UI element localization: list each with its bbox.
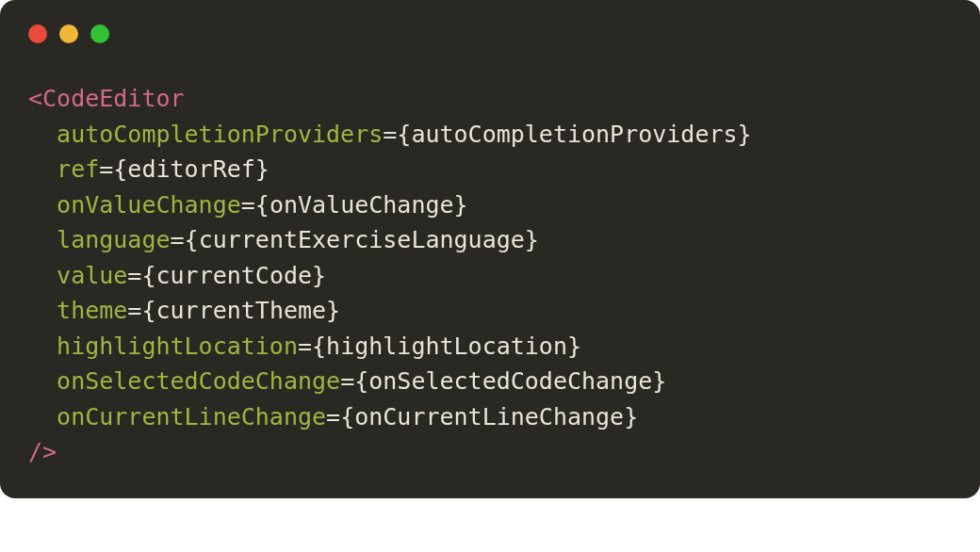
prop-value: {currentExerciseLanguage}: [185, 226, 539, 253]
code-line-prop: autoCompletionProviders={autoCompletionP…: [28, 117, 952, 153]
equals: =: [383, 121, 397, 148]
code-line-prop: highlightLocation={highlightLocation}: [28, 329, 952, 365]
code-window: <CodeEditorautoCompletionProviders={auto…: [0, 0, 980, 498]
code-block: <CodeEditorautoCompletionProviders={auto…: [0, 62, 980, 470]
equals: =: [298, 333, 312, 360]
code-line-prop: theme={currentTheme}: [28, 293, 952, 329]
prop-value: {currentTheme}: [141, 297, 340, 324]
equals: =: [326, 403, 340, 430]
prop-value: {currentCode}: [141, 262, 326, 289]
prop-name: highlightLocation: [57, 333, 298, 360]
equals: =: [127, 297, 141, 324]
prop-name: theme: [57, 297, 127, 324]
minimize-icon[interactable]: [59, 24, 78, 43]
prop-value: {onCurrentLineChange}: [340, 403, 638, 430]
prop-name: ref: [57, 155, 99, 183]
equals: =: [340, 367, 354, 395]
code-line-prop: onSelectedCodeChange={onSelectedCodeChan…: [28, 364, 952, 399]
code-line-prop: language={currentExerciseLanguage}: [28, 222, 952, 258]
prop-value: {editorRef}: [113, 155, 270, 183]
maximize-icon[interactable]: [90, 24, 109, 43]
prop-name: onCurrentLineChange: [57, 403, 326, 430]
prop-value: {highlightLocation}: [312, 333, 581, 360]
code-line-prop: value={currentCode}: [28, 258, 952, 294]
open-bracket: <: [28, 85, 42, 112]
code-line-close: />: [28, 434, 952, 470]
prop-name: onSelectedCodeChange: [57, 367, 340, 395]
prop-value: {onValueChange}: [255, 191, 468, 219]
title-bar: [0, 0, 980, 62]
equals: =: [171, 226, 185, 253]
close-bracket: />: [28, 438, 57, 465]
code-line-prop: ref={editorRef}: [28, 152, 952, 187]
prop-name: value: [57, 262, 127, 289]
prop-value: {onSelectedCodeChange}: [354, 367, 666, 395]
prop-name: autoCompletionProviders: [57, 121, 383, 148]
prop-name: onValueChange: [57, 191, 241, 219]
equals: =: [99, 155, 113, 183]
prop-value: {autoCompletionProviders}: [397, 121, 751, 148]
component-name: CodeEditor: [42, 85, 185, 112]
code-line-prop: onCurrentLineChange={onCurrentLineChange…: [28, 399, 952, 435]
code-line-prop: onValueChange={onValueChange}: [28, 187, 952, 223]
prop-name: language: [57, 226, 170, 253]
equals: =: [127, 262, 141, 289]
code-line-open: <CodeEditor: [28, 81, 952, 117]
equals: =: [241, 191, 255, 219]
close-icon[interactable]: [28, 24, 47, 43]
